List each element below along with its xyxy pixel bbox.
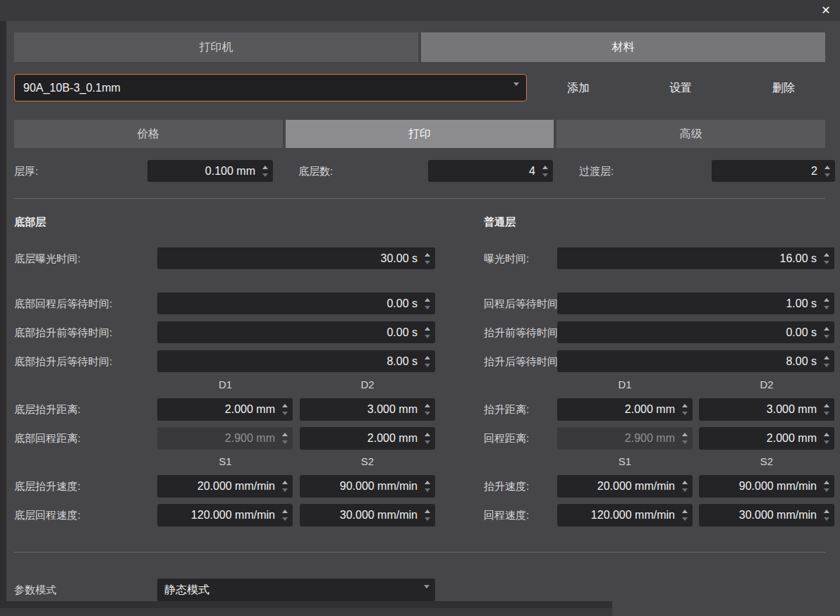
divider [14, 198, 825, 199]
spin-up-icon[interactable] [262, 166, 268, 169]
spin-up-icon[interactable] [824, 166, 830, 169]
spin-up-icon[interactable] [682, 510, 688, 513]
spin-down-icon[interactable] [282, 488, 288, 492]
spin-down-icon[interactable] [282, 441, 288, 444]
bottom-lift-speed-s2-input[interactable]: 90.000 mm/min [300, 475, 435, 498]
layer-height-input[interactable]: 0.100 mm [147, 160, 273, 182]
bottom-rest-after-lift-input[interactable]: 8.00 s [157, 350, 435, 372]
spin-down-icon[interactable] [824, 412, 829, 415]
spin-up-icon[interactable] [425, 298, 430, 302]
bottom-retract-speed-s2-input[interactable]: 30.000 mm/min [300, 504, 435, 526]
spin-down-icon[interactable] [425, 364, 430, 367]
add-button[interactable]: 添加 [540, 74, 617, 101]
spin-down-icon[interactable] [425, 488, 430, 492]
spinner [281, 398, 289, 421]
transition-layers-input[interactable]: 2 [712, 160, 835, 182]
spin-down-icon[interactable] [542, 173, 548, 177]
spin-down-icon[interactable] [425, 517, 430, 521]
bottom-exposure-input[interactable]: 30.00 s [157, 247, 435, 269]
spin-down-icon[interactable] [262, 173, 268, 177]
spin-down-icon[interactable] [824, 441, 829, 444]
spin-up-icon[interactable] [824, 510, 829, 513]
spin-up-icon[interactable] [824, 356, 829, 359]
spin-up-icon[interactable] [425, 356, 430, 359]
spinner [423, 350, 432, 372]
spin-up-icon[interactable] [425, 253, 430, 257]
normal-exposure-input[interactable]: 16.00 s [557, 247, 834, 269]
spin-down-icon[interactable] [682, 441, 688, 444]
spin-up-icon[interactable] [425, 327, 430, 331]
spin-down-icon[interactable] [682, 517, 688, 521]
bottom-layer-count-input[interactable]: 4 [428, 160, 553, 182]
material-profile-select[interactable]: 90A_10B-3_0.1mm [14, 74, 527, 101]
layer-height-label: 层厚: [14, 160, 38, 182]
spin-up-icon[interactable] [542, 166, 548, 169]
spin-up-icon[interactable] [425, 510, 430, 513]
normal-retract-speed-s2-input[interactable]: 30.000 mm/min [699, 504, 834, 526]
spin-down-icon[interactable] [282, 517, 288, 521]
bottom-lift-speed-s1-input[interactable]: 20.000 mm/min [157, 475, 293, 498]
spin-down-icon[interactable] [425, 306, 430, 309]
bottom-retract-distance-d1-input: 2.900 mm [157, 427, 293, 450]
sub-tabs: 价格 打印 高级 [14, 120, 825, 148]
parameter-mode-select[interactable]: 静态模式 [157, 579, 435, 601]
spin-up-icon[interactable] [824, 298, 829, 302]
spin-up-icon[interactable] [824, 253, 829, 257]
spin-up-icon[interactable] [282, 510, 288, 513]
tab-print[interactable]: 打印 [286, 120, 554, 148]
spin-up-icon[interactable] [425, 481, 430, 484]
spin-up-icon[interactable] [824, 481, 829, 484]
spin-down-icon[interactable] [425, 335, 430, 338]
spin-up-icon[interactable] [682, 433, 688, 436]
bottom-rest-after-retract-input[interactable]: 0.00 s [157, 292, 435, 314]
spin-down-icon[interactable] [425, 441, 430, 444]
spin-down-icon[interactable] [824, 517, 829, 521]
tab-printer[interactable]: 打印机 [14, 32, 418, 62]
normal-lift-distance-d2-input[interactable]: 3.000 mm [699, 398, 834, 421]
spin-up-icon[interactable] [824, 327, 829, 331]
spin-up-icon[interactable] [282, 404, 288, 407]
spinner [423, 292, 432, 314]
bottom-retract-speed-s1-input[interactable]: 120.000 mm/min [157, 504, 293, 526]
spin-down-icon[interactable] [682, 412, 688, 415]
spin-up-icon[interactable] [682, 481, 688, 484]
spin-up-icon[interactable] [282, 481, 288, 484]
normal-rest-after-retract-value: 1.00 s [786, 292, 817, 314]
normal-lift-speed-s2-input[interactable]: 90.000 mm/min [699, 475, 834, 498]
normal-retract-distance-d2-input[interactable]: 2.000 mm [699, 427, 834, 450]
normal-lift-distance-d1-input[interactable]: 2.000 mm [557, 398, 693, 421]
close-icon[interactable]: ✕ [817, 2, 834, 19]
tab-price[interactable]: 价格 [14, 120, 283, 148]
bottom-lift-distance-d1-input[interactable]: 2.000 mm [157, 398, 293, 421]
spin-up-icon[interactable] [824, 433, 829, 436]
bottom-s1-header: S1 [157, 455, 293, 469]
bottom-rest-before-lift-input[interactable]: 0.00 s [157, 321, 435, 343]
spin-down-icon[interactable] [824, 364, 829, 367]
spin-down-icon[interactable] [824, 261, 829, 264]
spin-up-icon[interactable] [824, 404, 829, 407]
spin-up-icon[interactable] [282, 433, 288, 436]
spin-down-icon[interactable] [824, 488, 829, 492]
normal-rest-after-retract-input[interactable]: 1.00 s [557, 292, 834, 314]
bottom-retract-distance-d2-input[interactable]: 2.000 mm [300, 427, 435, 450]
spin-down-icon[interactable] [682, 488, 688, 492]
normal-retract-speed-s1-input[interactable]: 120.000 mm/min [557, 504, 693, 526]
spin-down-icon[interactable] [824, 306, 829, 309]
spin-down-icon[interactable] [824, 335, 829, 338]
spin-down-icon[interactable] [425, 412, 430, 415]
tab-material[interactable]: 材料 [421, 32, 825, 62]
spin-up-icon[interactable] [682, 404, 688, 407]
spin-down-icon[interactable] [824, 173, 830, 177]
spin-down-icon[interactable] [282, 412, 288, 415]
bottom-lift-distance-d2-input[interactable]: 3.000 mm [300, 398, 435, 421]
delete-button[interactable]: 删除 [745, 74, 822, 101]
spin-down-icon[interactable] [425, 261, 430, 264]
normal-rest-before-lift-input[interactable]: 0.00 s [557, 321, 834, 343]
normal-lift-speed-s1-input[interactable]: 20.000 mm/min [557, 475, 693, 498]
settings-button[interactable]: 设置 [642, 74, 719, 101]
transition-layers-value: 2 [811, 160, 817, 182]
spin-up-icon[interactable] [425, 433, 430, 436]
tab-advanced[interactable]: 高级 [556, 120, 825, 148]
spin-up-icon[interactable] [425, 404, 430, 407]
normal-rest-after-lift-input[interactable]: 8.00 s [557, 350, 834, 372]
